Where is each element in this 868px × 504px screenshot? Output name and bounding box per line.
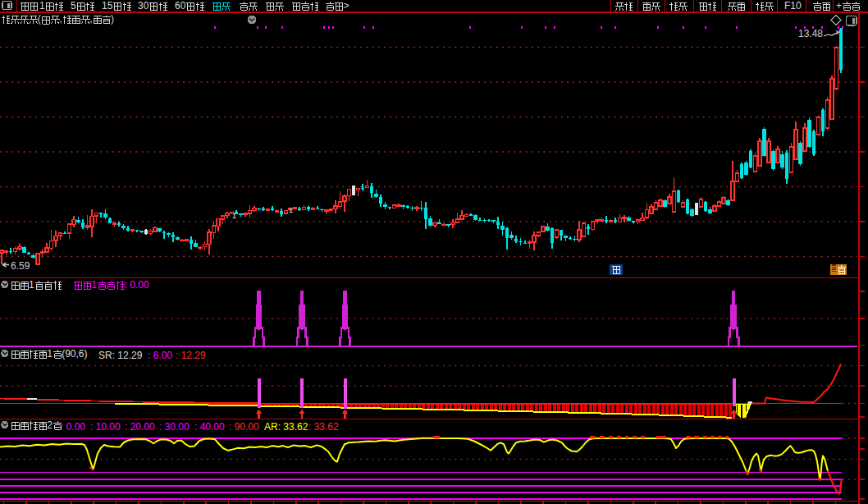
svg-text:60: 60 [175,0,186,11]
svg-text:1: 1 [289,206,293,214]
svg-text:AR: 33.62: AR: 33.62 [264,421,308,433]
svg-text:,: , [59,13,62,25]
svg-text:>: > [343,0,349,11]
svg-text:1: 1 [39,0,45,11]
svg-text:: 90.00: : 90.00 [229,421,259,433]
svg-text:: 12.29: : 12.29 [176,350,206,361]
svg-text:: 30.00: : 30.00 [159,421,190,433]
svg-text:1: 1 [47,348,53,360]
svg-text:: 33.62: : 33.62 [308,421,339,433]
svg-text:+: + [836,0,842,11]
svg-text:6.59: 6.59 [11,260,30,272]
svg-text:SR: 12.29: SR: 12.29 [98,350,143,361]
svg-text:13.48: 13.48 [798,28,823,39]
svg-text:(: ( [38,13,41,25]
svg-text:: 10.00: : 10.00 [90,421,121,433]
svg-text:5: 5 [71,0,76,11]
svg-text:: 40.00: : 40.00 [194,421,225,433]
svg-text:30: 30 [138,0,149,11]
svg-text:1: 1 [91,279,97,291]
svg-text:): ) [111,13,114,25]
svg-text:1: 1 [232,212,236,220]
svg-text:: 6.00: : 6.00 [148,350,172,361]
svg-text:: 20.00: : 20.00 [125,421,155,433]
svg-text:2: 2 [47,419,53,431]
svg-text:F10: F10 [784,0,802,11]
svg-text:: 0.00: : 0.00 [61,421,85,433]
svg-text:15: 15 [102,0,113,11]
svg-text:1: 1 [29,279,34,291]
svg-text:,: , [89,13,92,25]
svg-text:: 0.00: : 0.00 [125,279,149,291]
svg-text:(90,6): (90,6) [62,348,87,360]
